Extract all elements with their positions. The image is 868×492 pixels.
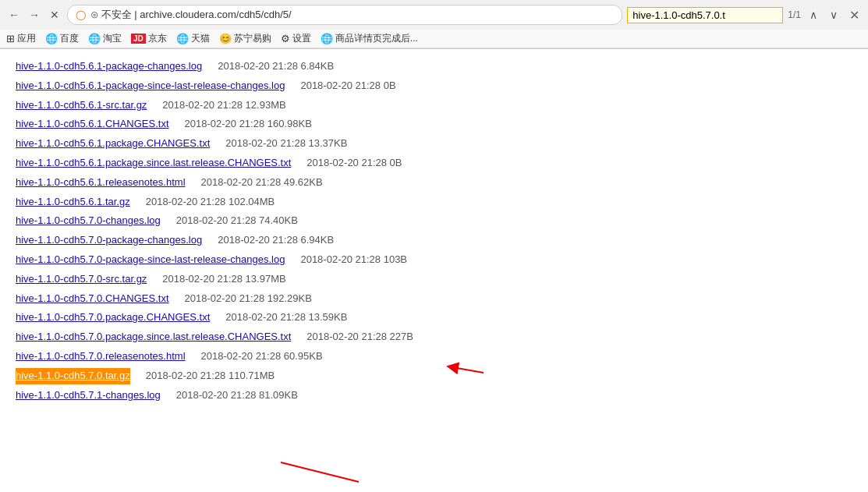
forward-button[interactable]: →	[27, 7, 42, 23]
file-link[interactable]: hive-1.1.0-cdh5.7.1-changes.log	[16, 388, 161, 404]
file-item: hive-1.1.0-cdh5.7.0.CHANGES.txt2018-02-2…	[16, 289, 852, 309]
file-meta: 2018-02-20 21:28 13.97MB	[162, 271, 349, 288]
bookmark-product-label: 商品详情页完成后...	[335, 32, 418, 45]
bookmark-suning-label: 苏宁易购	[234, 32, 271, 45]
file-item: hive-1.1.0-cdh5.6.1.CHANGES.txt2018-02-2…	[16, 115, 852, 134]
url-text: ⊙ 不安全 | archive.cloudera.com/cdh5/cdh/5/	[90, 8, 292, 22]
file-item: hive-1.1.0-cdh5.7.1-changes.log2018-02-2…	[16, 386, 852, 405]
file-link[interactable]: hive-1.1.0-cdh5.7.0-src.tar.gz	[16, 271, 147, 288]
back-button[interactable]: ←	[6, 7, 22, 23]
file-link[interactable]: hive-1.1.0-cdh5.7.0.releasenotes.html	[16, 349, 186, 365]
settings-icon: ⚙	[281, 33, 290, 44]
file-meta: 2018-02-20 21:28 103B	[300, 252, 487, 268]
file-item: hive-1.1.0-cdh5.7.0.tar.gz2018-02-20 21:…	[16, 366, 852, 386]
file-item: hive-1.1.0-cdh5.6.1.package.CHANGES.txt2…	[16, 134, 852, 154]
file-item: hive-1.1.0-cdh5.6.1.tar.gz2018-02-20 21:…	[16, 193, 852, 212]
file-meta: 2018-02-20 21:28 160.98KB	[185, 116, 372, 133]
bookmark-product[interactable]: 🌐 商品详情页完成后...	[321, 32, 418, 45]
bookmark-tianmao[interactable]: 🌐 天猫	[176, 32, 210, 45]
file-meta: 2018-02-20 21:28 60.95KB	[201, 349, 388, 365]
file-link[interactable]: hive-1.1.0-cdh5.7.0.package.CHANGES.txt	[16, 310, 210, 326]
file-link[interactable]: hive-1.1.0-cdh5.6.1-package-changes.log	[16, 58, 202, 75]
file-link[interactable]: hive-1.1.0-cdh5.6.1-package-since-last-r…	[16, 78, 285, 94]
file-meta: 2018-02-20 21:28 74.40KB	[176, 213, 363, 229]
file-item: hive-1.1.0-cdh5.7.0-changes.log2018-02-2…	[16, 211, 852, 231]
file-link[interactable]: hive-1.1.0-cdh5.6.1.releasenotes.html	[16, 175, 186, 191]
file-link[interactable]: hive-1.1.0-cdh5.7.0-package-changes.log	[16, 232, 202, 249]
file-item: hive-1.1.0-cdh5.7.0-package-since-last-r…	[16, 250, 852, 270]
bookmark-apps-label: 应用	[17, 32, 36, 45]
file-item: hive-1.1.0-cdh5.6.1-package-changes.log2…	[16, 57, 852, 76]
file-meta: 2018-02-20 21:28 0B	[300, 78, 487, 94]
bookmark-baidu-label: 百度	[60, 32, 79, 45]
file-link[interactable]: hive-1.1.0-cdh5.7.0-package-since-last-r…	[16, 252, 285, 268]
file-link[interactable]: hive-1.1.0-cdh5.7.0.tar.gz	[16, 368, 130, 384]
file-meta: 2018-02-20 21:28 227B	[306, 329, 494, 345]
baidu-icon: 🌐	[45, 33, 58, 44]
file-meta: 2018-02-20 21:28 49.62KB	[201, 175, 388, 191]
file-meta: 2018-02-20 21:28 81.09KB	[176, 388, 363, 404]
suning-icon: 😊	[219, 33, 232, 44]
file-meta: 2018-02-20 21:28 192.29KB	[185, 291, 372, 307]
find-input[interactable]	[627, 7, 783, 23]
bookmark-suning[interactable]: 😊 苏宁易购	[219, 32, 271, 45]
bookmark-jd[interactable]: JD 京东	[131, 32, 167, 45]
bookmark-apps[interactable]: ⊞ 应用	[6, 32, 36, 45]
address-bar[interactable]: ◯ ⊙ 不安全 | archive.cloudera.com/cdh5/cdh/…	[67, 5, 622, 25]
bookmark-baidu[interactable]: 🌐 百度	[45, 32, 79, 45]
find-next-button[interactable]: ∨	[826, 7, 841, 23]
product-icon: 🌐	[321, 33, 333, 44]
file-meta: 2018-02-20 21:28 0B	[306, 155, 494, 172]
file-item: hive-1.1.0-cdh5.6.1-package-since-last-r…	[16, 76, 852, 96]
file-meta: 2018-02-20 21:28 12.93MB	[162, 97, 349, 114]
file-meta: 2018-02-20 21:28 13.59KB	[225, 310, 413, 326]
bookmark-jd-label: 京东	[148, 32, 167, 45]
file-link[interactable]: hive-1.1.0-cdh5.6.1.CHANGES.txt	[16, 116, 169, 133]
file-meta: 2018-02-20 21:28 102.04MB	[146, 194, 333, 211]
bookmark-taobao-label: 淘宝	[103, 32, 122, 45]
find-bar: 1/1 ∧ ∨ ✕	[627, 7, 862, 23]
file-link[interactable]: hive-1.1.0-cdh5.6.1.package.CHANGES.txt	[16, 136, 210, 152]
file-item: hive-1.1.0-cdh5.7.0.releasenotes.html201…	[16, 347, 852, 366]
file-link[interactable]: hive-1.1.0-cdh5.7.0.CHANGES.txt	[16, 291, 169, 307]
page-content: hive-1.1.0-cdh5.6.1-package-changes.log2…	[0, 49, 868, 448]
bookmarks-bar: ⊞ 应用 🌐 百度 🌐 淘宝 JD 京东 🌐 天猫 😊 苏宁易购 ⚙ 设置 🌐	[0, 30, 868, 48]
find-prev-button[interactable]: ∧	[806, 7, 821, 23]
bookmark-taobao[interactable]: 🌐 淘宝	[88, 32, 122, 45]
nav-toolbar: ← → ✕ ◯ ⊙ 不安全 | archive.cloudera.com/cdh…	[0, 0, 868, 30]
file-meta: 2018-02-20 21:28 13.37KB	[225, 136, 413, 152]
apps-icon: ⊞	[6, 33, 15, 44]
file-item: hive-1.1.0-cdh5.7.0-package-changes.log2…	[16, 231, 852, 250]
page-wrapper: hive-1.1.0-cdh5.6.1-package-changes.log2…	[0, 49, 868, 448]
bookmark-settings-label: 设置	[292, 32, 311, 45]
file-meta: 2018-02-20 21:28 6.94KB	[218, 232, 405, 249]
file-link[interactable]: hive-1.1.0-cdh5.6.1-src.tar.gz	[16, 97, 147, 114]
file-item: hive-1.1.0-cdh5.7.0-src.tar.gz2018-02-20…	[16, 270, 852, 289]
file-item: hive-1.1.0-cdh5.6.1.releasenotes.html201…	[16, 173, 852, 193]
file-list: hive-1.1.0-cdh5.6.1-package-changes.log2…	[16, 57, 852, 405]
file-item: hive-1.1.0-cdh5.7.0.package.since.last.r…	[16, 327, 852, 347]
find-count: 1/1	[788, 9, 801, 20]
file-item: hive-1.1.0-cdh5.6.1-src.tar.gz2018-02-20…	[16, 96, 852, 115]
close-button[interactable]: ✕	[47, 7, 62, 23]
find-close-button[interactable]: ✕	[846, 7, 862, 23]
bookmark-settings[interactable]: ⚙ 设置	[281, 32, 311, 45]
file-link[interactable]: hive-1.1.0-cdh5.6.1.tar.gz	[16, 194, 130, 211]
jd-logo: JD	[131, 34, 146, 44]
tianmao-icon: 🌐	[176, 33, 189, 44]
taobao-icon: 🌐	[88, 33, 101, 44]
file-item: hive-1.1.0-cdh5.6.1.package.since.last.r…	[16, 154, 852, 173]
bookmark-tianmao-label: 天猫	[191, 32, 210, 45]
file-link[interactable]: hive-1.1.0-cdh5.7.0.package.since.last.r…	[16, 329, 291, 345]
file-link[interactable]: hive-1.1.0-cdh5.7.0-changes.log	[16, 213, 161, 229]
file-meta: 2018-02-20 21:28 6.84KB	[218, 58, 405, 75]
file-link[interactable]: hive-1.1.0-cdh5.6.1.package.since.last.r…	[16, 155, 291, 172]
svg-line-1	[281, 462, 359, 482]
file-meta: 2018-02-20 21:28 110.71MB	[146, 368, 333, 384]
security-icon: ◯	[76, 9, 86, 20]
file-item: hive-1.1.0-cdh5.7.0.package.CHANGES.txt2…	[16, 308, 852, 327]
